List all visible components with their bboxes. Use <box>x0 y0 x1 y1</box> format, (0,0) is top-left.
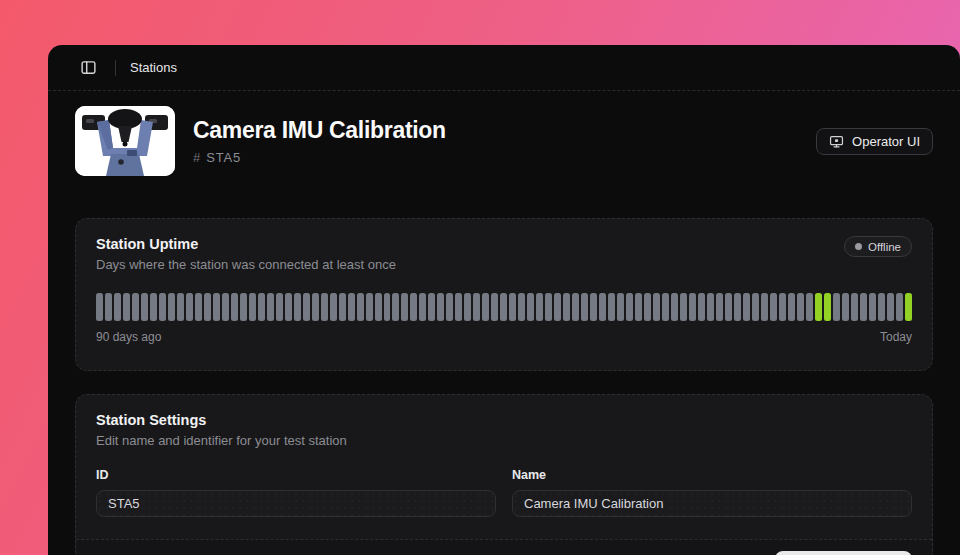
uptime-day-bar <box>743 293 750 321</box>
uptime-day-bar <box>797 293 804 321</box>
operator-ui-button[interactable]: Operator UI <box>816 128 933 155</box>
uptime-day-bar <box>294 293 301 321</box>
uptime-day-bar <box>473 293 480 321</box>
save-changes-button[interactable]: Save Changes <box>775 551 912 555</box>
uptime-day-bar <box>761 293 768 321</box>
uptime-card-subtitle: Days where the station was connected at … <box>96 257 396 272</box>
uptime-day-bar <box>348 293 355 321</box>
uptime-day-bar <box>231 293 238 321</box>
station-id: STA5 <box>206 150 241 165</box>
hash-icon: # <box>193 150 200 165</box>
uptime-day-bar <box>644 293 651 321</box>
uptime-day-bar <box>824 293 831 321</box>
monitor-icon <box>829 134 844 149</box>
top-bar: Stations <box>48 45 960 91</box>
uptime-day-bar <box>725 293 732 321</box>
uptime-day-bar <box>788 293 795 321</box>
uptime-day-bar <box>590 293 597 321</box>
breadcrumb[interactable]: Stations <box>130 60 177 75</box>
settings-card-title: Station Settings <box>96 412 347 428</box>
uptime-day-bar <box>276 293 283 321</box>
uptime-card-title: Station Uptime <box>96 236 396 252</box>
status-badge: Offline <box>844 236 912 257</box>
uptime-day-bar <box>240 293 247 321</box>
uptime-day-bar <box>698 293 705 321</box>
settings-card-subtitle: Edit name and identifier for your test s… <box>96 433 347 448</box>
uptime-day-bar <box>222 293 229 321</box>
uptime-day-bar <box>366 293 373 321</box>
uptime-day-bar <box>105 293 112 321</box>
uptime-day-bar <box>617 293 624 321</box>
uptime-day-bar <box>491 293 498 321</box>
uptime-day-bar <box>357 293 364 321</box>
uptime-day-bar <box>779 293 786 321</box>
name-field-group: Name <box>512 468 912 517</box>
uptime-day-bar <box>527 293 534 321</box>
name-field[interactable] <box>512 490 912 517</box>
uptime-day-bar <box>842 293 849 321</box>
uptime-bar-chart <box>96 293 912 321</box>
uptime-day-bar <box>410 293 417 321</box>
uptime-day-bar <box>186 293 193 321</box>
settings-card-header: Station Settings Edit name and identifie… <box>76 395 932 448</box>
uptime-day-bar <box>428 293 435 321</box>
uptime-day-bar <box>878 293 885 321</box>
uptime-card-header: Station Uptime Days where the station wa… <box>76 219 932 272</box>
status-dot-icon <box>855 243 862 250</box>
uptime-day-bar <box>851 293 858 321</box>
header-text: Camera IMU Calibration # STA5 <box>193 117 798 165</box>
uptime-day-bar <box>815 293 822 321</box>
station-code: # STA5 <box>193 150 798 165</box>
uptime-card-titles: Station Uptime Days where the station wa… <box>96 236 396 272</box>
uptime-day-bar <box>608 293 615 321</box>
uptime-day-bar <box>536 293 543 321</box>
uptime-day-bar <box>204 293 211 321</box>
uptime-day-bar <box>446 293 453 321</box>
id-field[interactable] <box>96 490 496 517</box>
uptime-day-bar <box>635 293 642 321</box>
settings-card-titles: Station Settings Edit name and identifie… <box>96 412 347 448</box>
uptime-day-bar <box>563 293 570 321</box>
uptime-day-bar <box>384 293 391 321</box>
uptime-day-bar <box>321 293 328 321</box>
uptime-day-bar <box>716 293 723 321</box>
uptime-day-bar <box>114 293 121 321</box>
status-label: Offline <box>868 241 901 253</box>
uptime-day-bar <box>330 293 337 321</box>
uptime-day-bar <box>132 293 139 321</box>
uptime-day-bar <box>455 293 462 321</box>
sidebar-toggle-button[interactable] <box>75 55 101 81</box>
uptime-day-bar <box>123 293 130 321</box>
uptime-day-bar <box>159 293 166 321</box>
uptime-day-bar <box>168 293 175 321</box>
operator-ui-label: Operator UI <box>852 134 920 149</box>
uptime-day-bar <box>213 293 220 321</box>
uptime-day-bar <box>258 293 265 321</box>
uptime-day-bar <box>806 293 813 321</box>
uptime-day-bar <box>905 293 912 321</box>
id-field-label: ID <box>96 468 496 482</box>
uptime-day-bar <box>249 293 256 321</box>
page-header: Camera IMU Calibration # STA5 Operator U… <box>48 91 960 176</box>
settings-form: ID Name <box>76 448 932 539</box>
uptime-day-bar <box>392 293 399 321</box>
page-title: Camera IMU Calibration <box>193 117 798 144</box>
uptime-day-bar <box>339 293 346 321</box>
uptime-day-bar <box>626 293 633 321</box>
uptime-day-bar <box>285 293 292 321</box>
uptime-day-bar <box>177 293 184 321</box>
settings-card-footer: Display information only. Stations are i… <box>76 539 932 555</box>
uptime-day-bar <box>689 293 696 321</box>
uptime-day-bar <box>752 293 759 321</box>
id-field-group: ID <box>96 468 496 517</box>
uptime-day-bar <box>312 293 319 321</box>
uptime-day-bar <box>464 293 471 321</box>
uptime-day-bar <box>833 293 840 321</box>
uptime-day-bar <box>267 293 274 321</box>
uptime-day-bar <box>437 293 444 321</box>
uptime-day-bar <box>96 293 103 321</box>
uptime-day-bar <box>509 293 516 321</box>
panel-left-icon <box>80 59 97 76</box>
station-photo <box>75 106 175 176</box>
uptime-end-label: Today <box>880 330 912 344</box>
